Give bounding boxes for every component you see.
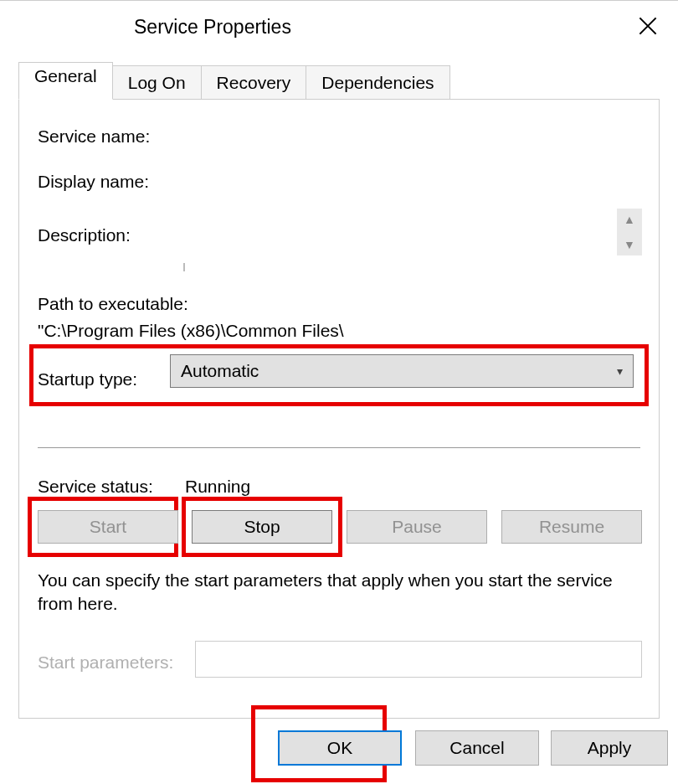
label-service-status: Service status: bbox=[38, 477, 153, 497]
start-button: Start bbox=[38, 510, 178, 544]
service-status-value: Running bbox=[185, 477, 250, 497]
titlebar: Service Properties bbox=[0, 1, 678, 44]
caret-marker bbox=[183, 263, 185, 271]
tab-recovery[interactable]: Recovery bbox=[202, 65, 307, 100]
pause-button: Pause bbox=[347, 510, 487, 544]
label-start-parameters: Start parameters: bbox=[38, 652, 173, 673]
tab-container: General Log On Recovery Dependencies Ser… bbox=[18, 65, 660, 719]
description-scrollbar[interactable]: ▲ ▼ bbox=[617, 209, 642, 255]
path-value: "C:\Program Files (x86)\Common Files\ bbox=[38, 321, 344, 341]
label-service-name: Service name: bbox=[38, 126, 150, 147]
close-icon bbox=[639, 17, 657, 35]
label-display-name: Display name: bbox=[38, 172, 149, 192]
scroll-up-icon: ▲ bbox=[624, 214, 635, 225]
ok-button[interactable]: OK bbox=[278, 730, 402, 766]
label-startup-type: Startup type: bbox=[38, 369, 137, 389]
tab-logon[interactable]: Log On bbox=[113, 65, 202, 100]
apply-button[interactable]: Apply bbox=[551, 730, 668, 766]
chevron-down-icon: ▾ bbox=[617, 364, 623, 378]
label-path: Path to executable: bbox=[38, 294, 188, 314]
divider bbox=[38, 447, 640, 448]
cancel-button[interactable]: Cancel bbox=[415, 730, 539, 766]
service-properties-dialog: Service Properties General Log On Recove… bbox=[0, 0, 678, 784]
scroll-down-icon: ▼ bbox=[624, 239, 635, 250]
dialog-footer: OK Cancel Apply bbox=[0, 724, 678, 784]
tab-dependencies[interactable]: Dependencies bbox=[306, 65, 449, 100]
startup-type-value: Automatic bbox=[181, 361, 259, 381]
stop-button[interactable]: Stop bbox=[192, 510, 332, 544]
help-text: You can specify the start parameters tha… bbox=[38, 569, 640, 616]
tab-general[interactable]: General bbox=[18, 62, 113, 100]
label-description: Description: bbox=[38, 225, 131, 245]
startup-type-select[interactable]: Automatic ▾ bbox=[170, 354, 634, 388]
close-button[interactable] bbox=[634, 13, 661, 39]
window-title: Service Properties bbox=[134, 16, 291, 39]
start-parameters-input[interactable] bbox=[195, 641, 642, 678]
resume-button: Resume bbox=[501, 510, 642, 544]
tab-panel-general: Service name: Display name: Description:… bbox=[18, 99, 660, 719]
tabstrip: General Log On Recovery Dependencies bbox=[18, 65, 660, 100]
